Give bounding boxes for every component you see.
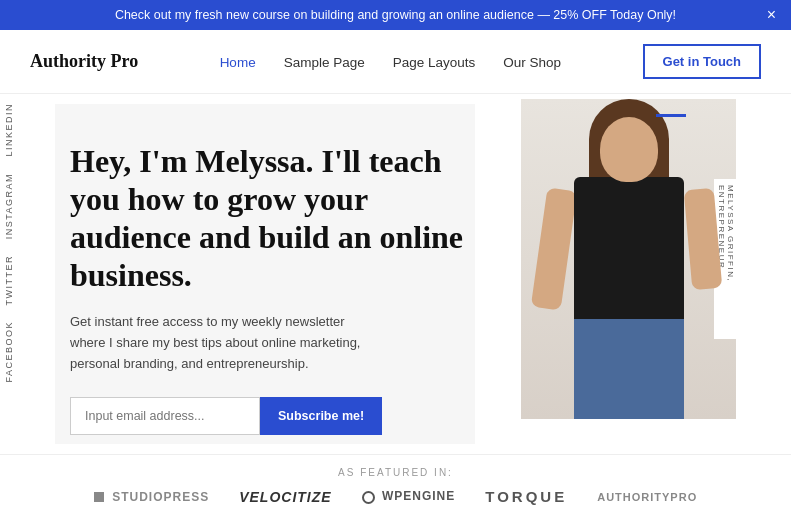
logo-torque: TORQUE <box>485 488 567 505</box>
blue-accent-line <box>656 114 686 117</box>
nav-item-shop[interactable]: Our Shop <box>503 53 561 71</box>
nav-item-layouts[interactable]: Page Layouts <box>393 53 476 71</box>
featured-bar: AS FEATURED IN: STUDIOPRESS VELOCITIZE W… <box>0 454 791 513</box>
hero-heading: Hey, I'm Melyssa. I'll teach you how to … <box>70 143 480 294</box>
wpengine-icon <box>362 491 375 504</box>
photo-jeans <box>574 319 684 419</box>
announcement-close-button[interactable]: × <box>767 6 776 24</box>
social-sidebar: LinkedIn Instagram Twitter Facebook <box>0 95 18 391</box>
studiopress-icon <box>94 492 104 502</box>
featured-logos: STUDIOPRESS VELOCITIZE WPengine TORQUE a… <box>60 488 731 505</box>
logo-velocitize: VELOCITIZE <box>239 489 331 505</box>
social-linkedin[interactable]: LinkedIn <box>0 95 18 165</box>
hero-image-column: MELYSSA GRIFFIN, ENTREPRENEUR <box>521 99 736 419</box>
site-logo[interactable]: Authority Pro <box>30 51 138 72</box>
email-input[interactable] <box>70 397 260 435</box>
logo-wpengine: WPengine <box>362 489 456 503</box>
social-instagram[interactable]: Instagram <box>0 165 18 247</box>
nav-links: Home Sample Page Page Layouts Our Shop <box>220 53 561 71</box>
hero-text-column: Hey, I'm Melyssa. I'll teach you how to … <box>70 113 500 434</box>
nav-item-home[interactable]: Home <box>220 53 256 71</box>
person-photo <box>521 99 736 419</box>
photo-face <box>600 117 658 182</box>
nav-link-home[interactable]: Home <box>220 55 256 70</box>
nav-link-layouts[interactable]: Page Layouts <box>393 55 476 70</box>
logo-authoritypro: authoritypro <box>597 491 697 503</box>
social-facebook[interactable]: Facebook <box>0 313 18 391</box>
announcement-bar: Check out my fresh new course on buildin… <box>0 0 791 30</box>
nav-link-shop[interactable]: Our Shop <box>503 55 561 70</box>
navigation: Authority Pro Home Sample Page Page Layo… <box>0 30 791 94</box>
nav-link-sample[interactable]: Sample Page <box>284 55 365 70</box>
logo-studiopress: STUDIOPRESS <box>94 490 209 504</box>
hero-body-text: Get instant free access to my weekly new… <box>70 312 380 374</box>
nav-item-sample[interactable]: Sample Page <box>284 53 365 71</box>
hero-image-container: MELYSSA GRIFFIN, ENTREPRENEUR <box>521 99 736 419</box>
hero-section: Hey, I'm Melyssa. I'll teach you how to … <box>0 94 791 454</box>
announcement-text: Check out my fresh new course on buildin… <box>115 8 676 22</box>
get-in-touch-button[interactable]: Get in Touch <box>643 44 761 79</box>
featured-label: AS FEATURED IN: <box>60 467 731 478</box>
social-twitter[interactable]: Twitter <box>0 247 18 314</box>
email-subscribe-form: Subscribe me! <box>70 397 480 435</box>
subscribe-button[interactable]: Subscribe me! <box>260 397 382 435</box>
